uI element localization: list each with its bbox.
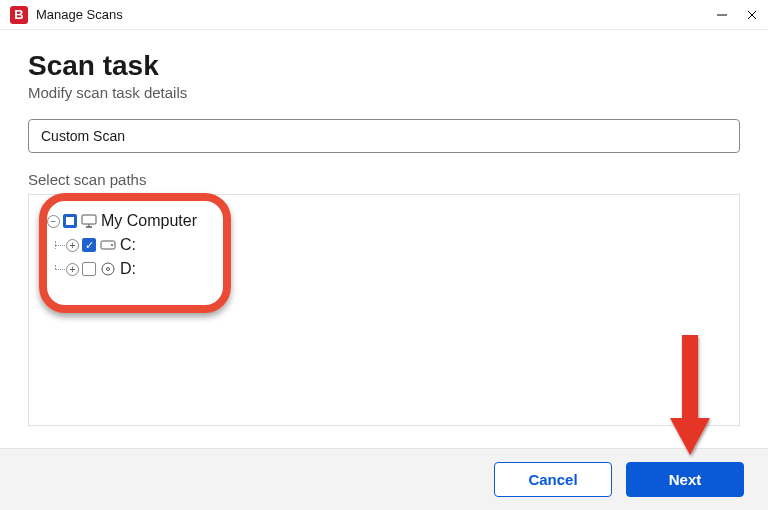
- path-tree: − My Computer + ✓ C:: [29, 195, 739, 295]
- svg-point-9: [107, 268, 110, 271]
- section-label: Select scan paths: [28, 171, 740, 188]
- page-title: Scan task: [28, 50, 740, 82]
- window-controls: [716, 9, 758, 21]
- node-label: My Computer: [101, 212, 197, 230]
- close-button[interactable]: [746, 9, 758, 21]
- next-button[interactable]: Next: [626, 462, 744, 497]
- app-icon: B: [10, 6, 28, 24]
- checkbox-partial[interactable]: [63, 214, 77, 228]
- minimize-button[interactable]: [716, 9, 728, 21]
- node-label: D:: [120, 260, 136, 278]
- scan-name-input[interactable]: [28, 119, 740, 153]
- checkbox-checked[interactable]: ✓: [82, 238, 96, 252]
- content-area: Scan task Modify scan task details Selec…: [0, 30, 768, 446]
- svg-point-7: [111, 244, 113, 246]
- expand-icon[interactable]: +: [66, 263, 79, 276]
- node-label: C:: [120, 236, 136, 254]
- svg-point-8: [102, 263, 114, 275]
- window-title: Manage Scans: [36, 7, 716, 22]
- page-subtitle: Modify scan task details: [28, 84, 740, 101]
- cancel-button[interactable]: Cancel: [494, 462, 612, 497]
- title-bar: B Manage Scans: [0, 0, 768, 30]
- expand-icon[interactable]: +: [66, 239, 79, 252]
- footer: Cancel Next: [0, 448, 768, 510]
- tree-container: − My Computer + ✓ C:: [28, 194, 740, 426]
- disc-icon: [99, 262, 117, 276]
- svg-rect-3: [82, 215, 96, 224]
- tree-node-c[interactable]: + ✓ C:: [47, 233, 721, 257]
- checkbox-unchecked[interactable]: [82, 262, 96, 276]
- drive-icon: [99, 240, 117, 250]
- collapse-icon[interactable]: −: [47, 215, 60, 228]
- tree-node-my-computer[interactable]: − My Computer: [47, 209, 721, 233]
- tree-node-d[interactable]: + D:: [47, 257, 721, 281]
- computer-icon: [80, 214, 98, 228]
